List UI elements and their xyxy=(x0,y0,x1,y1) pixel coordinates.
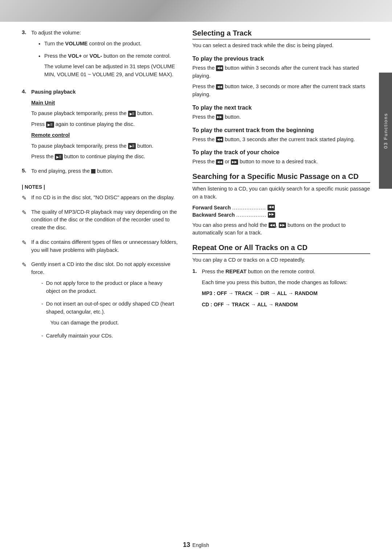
note-icon-3: ✎ xyxy=(22,238,28,257)
current-btn: ◀◀ xyxy=(216,137,223,143)
play-pause-icon-4: ▶II xyxy=(55,154,63,160)
track-choice-text: Press the ◀◀ or ▶▶ button to move to a d… xyxy=(192,158,370,166)
bold-repeat: REPEAT xyxy=(225,269,246,274)
dash-2-content: Do not insert an out-of-spec or oddly sh… xyxy=(46,300,178,330)
repeat-num: 1. xyxy=(192,268,199,311)
right-column: Selecting a Track You can select a desir… xyxy=(192,29,370,348)
main-unit-pause-text: To pause playback temporarily, press the… xyxy=(31,110,153,118)
dash-marker-3: - xyxy=(41,332,43,343)
item-5-prefix: To end playing, press the xyxy=(31,168,90,174)
page-label: English xyxy=(192,542,209,548)
dash-1: - Do not apply force to the product or p… xyxy=(41,279,178,298)
prev-track-text1: Press the ◀◀ button within 3 seconds aft… xyxy=(192,64,370,80)
prev-btn-1: ◀◀ xyxy=(216,65,223,71)
repeat-section: Repeat One or All Tracks on a CD You can… xyxy=(192,244,370,311)
searching-section: Searching for a Specific Music Passage o… xyxy=(192,172,370,237)
play-pause-icon-1: ▶II xyxy=(128,111,136,117)
item-4-content: Pausing playback Main Unit To pause play… xyxy=(31,88,153,164)
repeat-button-text: Press the REPEAT button on the remote co… xyxy=(202,268,347,276)
remote-control-label: Remote control xyxy=(31,131,153,139)
prev-track-heading: To play the previous track xyxy=(192,56,370,62)
item-3-bullets: • Turn the VOLUME control on the product… xyxy=(38,40,178,82)
chapter-tab-label: 03 Functions xyxy=(383,113,388,148)
cd-flow: CD : OFF → TRACK → ALL → RANDOM xyxy=(202,301,347,308)
main-unit-label: Main Unit xyxy=(31,99,153,107)
note-3-text: If a disc contains different types of fi… xyxy=(31,238,178,254)
selecting-track-section: Selecting a Track You can select a desir… xyxy=(192,29,370,50)
next-track-section: To play the next track Press the ▶▶ butt… xyxy=(192,105,370,121)
stop-icon xyxy=(91,169,95,173)
note-icon-2: ✎ xyxy=(22,208,28,235)
forward-dots: ................... xyxy=(232,205,266,210)
note-1: ✎ If no CD is in the disc slot, "NO DISC… xyxy=(22,194,178,205)
search-table: Forward Search ................... ◀◀ Ba… xyxy=(192,205,370,218)
track-choice-section: To play the track of your choice Press t… xyxy=(192,149,370,166)
dash-3-text: Carefully maintain your CDs. xyxy=(46,332,113,340)
search-note-btn1: ◀◀ xyxy=(269,222,276,228)
forward-search-row: Forward Search ................... ◀◀ xyxy=(192,205,370,210)
bullet-volume-text: Turn the VOLUME control on the product. xyxy=(44,40,142,48)
item-3-num: 3. xyxy=(22,29,28,85)
note-4-content: Gently insert a CD into the disc slot. D… xyxy=(31,261,178,345)
sub-dash-list: - Do not apply force to the product or p… xyxy=(41,279,178,343)
current-track-heading: To play the current track from the begin… xyxy=(192,127,370,134)
backward-search-row: Backward Search ................. ▶▶ xyxy=(192,212,370,218)
bullet-vol-content: Press the VOL+ or VOL- button on the rem… xyxy=(44,52,178,82)
backward-label: Backward Search xyxy=(192,212,235,218)
selecting-track-heading: Selecting a Track xyxy=(192,29,370,40)
main-content: 3. To adjust the volume: • Turn the VOLU… xyxy=(22,29,370,534)
page-number: 13 xyxy=(183,541,190,548)
bullet-dot: • xyxy=(38,40,41,51)
main-unit-btn-label: button. xyxy=(137,110,153,116)
forward-btn: ◀◀ xyxy=(268,205,275,210)
prev-btn-2: ◀◀ xyxy=(216,84,223,90)
bullet-dot-2: • xyxy=(38,52,41,82)
note-4-text: Gently insert a CD into the disc slot. D… xyxy=(31,261,178,277)
item-5-text: To end playing, press the button. xyxy=(31,167,113,175)
repeat-intro: You can play a CD or tracks on a CD repe… xyxy=(192,256,370,264)
dash-marker-1: - xyxy=(41,279,43,298)
selecting-track-intro: You can select a desired track while the… xyxy=(192,42,370,50)
backward-btn: ▶▶ xyxy=(268,212,275,218)
searching-note: You can also press and hold the ◀◀, ▶▶ b… xyxy=(192,221,370,237)
choice-btn-2: ▶▶ xyxy=(231,159,238,165)
note-2: ✎ The quality of MP3/CD-R playback may v… xyxy=(22,208,178,235)
mp3-flow: MP3 : OFF → TRACK → DIR → ALL → RANDOM xyxy=(202,289,347,297)
notes-section: | NOTES | ✎ If no CD is in the disc slot… xyxy=(22,183,178,345)
remote-pause-text: To pause playback temporarily, press the… xyxy=(31,142,153,150)
repeat-mode-text: Each time you press this button, the mod… xyxy=(202,279,347,287)
prev-track-section: To play the previous track Press the ◀◀ … xyxy=(192,56,370,99)
backward-dots: ................. xyxy=(236,212,266,218)
dash-marker-2: - xyxy=(41,300,43,330)
notes-title: | NOTES | xyxy=(22,183,178,191)
item-5: 5. To end playing, press the button. xyxy=(22,167,178,178)
repeat-item-content: Press the REPEAT button on the remote co… xyxy=(202,268,347,311)
bullet-vol-text: Press the VOL+ or VOL- button on the rem… xyxy=(44,52,178,60)
next-btn: ▶▶ xyxy=(216,114,223,120)
bullet-vol-button: • Press the VOL+ or VOL- button on the r… xyxy=(38,52,178,82)
play-pause-icon-3: ▶II xyxy=(128,143,136,149)
dash-3: - Carefully maintain your CDs. xyxy=(41,332,178,343)
prev-track-text2: Press the ◀◀ button twice, 3 seconds or … xyxy=(192,83,370,99)
next-track-heading: To play the next track xyxy=(192,105,370,111)
note-4: ✎ Gently insert a CD into the disc slot.… xyxy=(22,261,178,345)
searching-heading: Searching for a Specific Music Passage o… xyxy=(192,172,370,183)
dash-1-text: Do not apply force to the product or pla… xyxy=(46,279,178,295)
item-5-suffix: button. xyxy=(97,168,113,174)
search-note-btn2: ▶▶ xyxy=(279,222,286,228)
chapter-tab: 03 Functions xyxy=(379,73,392,189)
note-icon-1: ✎ xyxy=(22,194,28,205)
next-track-text: Press the ▶▶ button. xyxy=(192,113,370,121)
two-column-layout: 3. To adjust the volume: • Turn the VOLU… xyxy=(22,29,370,348)
bullet-volume-control: • Turn the VOLUME control on the product… xyxy=(38,40,178,51)
top-decorative-bar xyxy=(0,0,392,22)
main-unit-continue-text: Press ▶II again to continue playing the … xyxy=(31,120,153,128)
repeat-heading: Repeat One or All Tracks on a CD xyxy=(192,244,370,254)
dash-2: - Do not insert an out-of-spec or oddly … xyxy=(41,300,178,330)
item-4: 4. Pausing playback Main Unit To pause p… xyxy=(22,88,178,164)
repeat-item-1: 1. Press the REPEAT button on the remote… xyxy=(192,268,370,311)
bold-volplus: VOL+ xyxy=(68,53,82,59)
bold-volume: VOLUME xyxy=(65,41,88,46)
item-3-intro: To adjust the volume: xyxy=(31,29,178,37)
left-column: 3. To adjust the volume: • Turn the VOLU… xyxy=(22,29,178,348)
